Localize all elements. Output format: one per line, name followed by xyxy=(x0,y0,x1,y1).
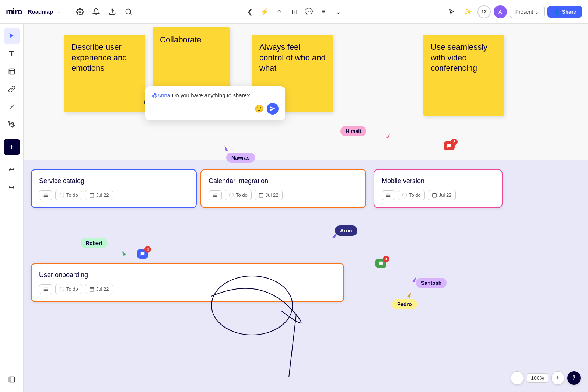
comment-badge-bubble: 3 xyxy=(444,141,455,150)
task-card-title: User onboarding xyxy=(39,271,336,279)
sticky-describe[interactable]: Describe user experience and emotions xyxy=(64,35,145,112)
task-date-tag[interactable]: Jul 22 xyxy=(428,190,456,200)
expand-icon[interactable]: ⌄ xyxy=(332,5,345,18)
task-card-title: Calendar integration xyxy=(209,177,358,185)
notifications-icon[interactable] xyxy=(90,5,103,18)
frame-icon[interactable]: ⊡ xyxy=(287,5,301,18)
svg-rect-7 xyxy=(9,377,14,382)
sidebar-separator-2 xyxy=(6,158,18,158)
undo-button[interactable]: ↩ xyxy=(4,161,20,178)
share-button[interactable]: 👤 Share xyxy=(547,6,582,18)
svg-rect-46 xyxy=(90,287,94,291)
zoom-controls: − 100% + ? xyxy=(511,371,581,385)
comment-badge-count-2: 3 xyxy=(144,246,151,253)
comment-badge-count: 3 xyxy=(451,139,458,145)
svg-rect-30 xyxy=(259,193,263,197)
task-card-onboarding[interactable]: User onboarding To do Jul 22 xyxy=(31,263,344,302)
upload-icon[interactable] xyxy=(106,5,119,18)
task-menu-icon xyxy=(209,190,222,200)
present-button[interactable]: Present ⌄ xyxy=(510,6,545,18)
sticky-video[interactable]: Use seamlessly with video conferencing xyxy=(423,35,504,116)
cursor-himali: Himali xyxy=(340,126,366,136)
task-card-title: Service catalog xyxy=(39,177,189,185)
task-date-tag[interactable]: Jul 22 xyxy=(85,190,113,200)
connect-tool-button[interactable] xyxy=(4,81,20,97)
task-card-tags: To do Jul 22 xyxy=(39,190,189,200)
task-card-service-catalog[interactable]: Service catalog To do Jul 22 xyxy=(31,169,197,208)
center-toolbar: ❮ ⚡ ○ ⊡ 💬 ≡ ⌄ xyxy=(243,5,345,18)
cursor-nawras: Nawras xyxy=(226,153,255,163)
cursor-pedro: Pedro xyxy=(392,299,417,309)
task-status-tag[interactable]: To do xyxy=(398,190,425,200)
cursor-robert: Robert xyxy=(81,238,108,248)
select-tool-button[interactable] xyxy=(4,28,20,44)
sidebar-separator xyxy=(6,136,18,136)
task-status-tag[interactable]: To do xyxy=(55,284,82,294)
task-menu-icon xyxy=(382,190,395,200)
comment-text: @Anna Do you have anything to share? xyxy=(152,92,279,98)
task-card-tags: To do Jul 22 xyxy=(39,284,336,294)
cursor-aron: Aron xyxy=(335,225,357,236)
nav-prev-icon[interactable]: ❮ xyxy=(243,5,256,18)
task-status-tag[interactable]: To do xyxy=(55,190,82,200)
miro-logo: miro xyxy=(6,7,22,17)
list-icon[interactable]: ≡ xyxy=(317,5,330,18)
emoji-button[interactable]: 🙂 xyxy=(255,104,264,113)
svg-point-37 xyxy=(402,193,407,197)
comment-send-button[interactable] xyxy=(267,103,279,115)
cursor-mode-icon[interactable] xyxy=(445,5,458,18)
comment-badge-1[interactable]: 3 xyxy=(444,141,455,150)
redo-button[interactable]: ↪ xyxy=(4,179,20,195)
comment-badge-2[interactable]: 3 xyxy=(137,249,148,259)
task-card-title: Mobile version xyxy=(382,177,494,185)
cursor-santosh: Santosh xyxy=(416,278,447,288)
svg-line-3 xyxy=(130,13,132,14)
line-tool-button[interactable] xyxy=(4,99,20,115)
topbar-right: ✨ 12 A Present ⌄ 👤 Share xyxy=(445,5,582,18)
svg-rect-38 xyxy=(433,193,437,197)
task-menu-icon xyxy=(39,284,52,294)
svg-point-21 xyxy=(60,193,64,197)
task-card-tags: To do Jul 22 xyxy=(209,190,358,200)
sticky-tool-button[interactable] xyxy=(4,63,20,80)
zoom-percent: 100% xyxy=(527,373,548,383)
topbar-separator-1 xyxy=(67,6,67,18)
lightning-icon[interactable]: ⚡ xyxy=(258,5,271,18)
task-menu-icon xyxy=(39,190,52,200)
search-icon[interactable] xyxy=(122,5,135,18)
task-date-tag[interactable]: Jul 22 xyxy=(255,190,283,200)
zoom-in-button[interactable]: + xyxy=(551,371,564,385)
svg-point-45 xyxy=(60,287,64,291)
collaborators-count[interactable]: 12 xyxy=(477,5,491,18)
user-avatar[interactable]: A xyxy=(494,5,507,18)
svg-point-29 xyxy=(229,193,234,197)
task-card-mobile[interactable]: Mobile version To do Jul 22 xyxy=(374,169,503,208)
sparkle-icon[interactable]: ✨ xyxy=(461,5,475,18)
comment-mention: @Anna xyxy=(152,92,170,98)
left-sidebar: T + ↩ ↪ xyxy=(0,24,24,392)
svg-rect-4 xyxy=(9,69,14,74)
comment-popup[interactable]: @Anna Do you have anything to share? 🙂 xyxy=(145,86,285,120)
help-button[interactable]: ? xyxy=(567,371,581,385)
svg-point-2 xyxy=(126,9,131,14)
topbar: miro Roadmap ⌄ ❮ ⚡ ○ ⊡ 💬 ≡ ⌄ ✨ 12 A Pres… xyxy=(0,0,588,24)
zoom-out-button[interactable]: − xyxy=(511,371,524,385)
text-tool-button[interactable]: T xyxy=(4,46,20,62)
svg-point-6 xyxy=(11,124,12,125)
svg-line-5 xyxy=(10,105,14,109)
task-card-calendar[interactable]: Calendar integration To do Jul 22 xyxy=(200,169,366,208)
board-name[interactable]: Roadmap xyxy=(28,8,53,15)
board-chevron-icon[interactable]: ⌄ xyxy=(57,9,61,14)
settings-icon[interactable] xyxy=(73,5,87,18)
comment-badge-count-3: 3 xyxy=(383,256,389,262)
chat-icon[interactable]: 💬 xyxy=(302,5,315,18)
svg-point-0 xyxy=(79,11,81,13)
check-circle-icon[interactable]: ○ xyxy=(273,5,286,18)
task-date-tag[interactable]: Jul 22 xyxy=(85,284,113,294)
pen-tool-button[interactable] xyxy=(4,116,20,133)
panel-toggle-button[interactable] xyxy=(4,371,20,388)
task-status-tag[interactable]: To do xyxy=(225,190,252,200)
comment-badge-3[interactable]: 3 xyxy=(375,259,386,268)
add-tool-button[interactable]: + xyxy=(4,139,20,155)
canvas[interactable]: Describe user experience and emotions Co… xyxy=(24,24,588,392)
